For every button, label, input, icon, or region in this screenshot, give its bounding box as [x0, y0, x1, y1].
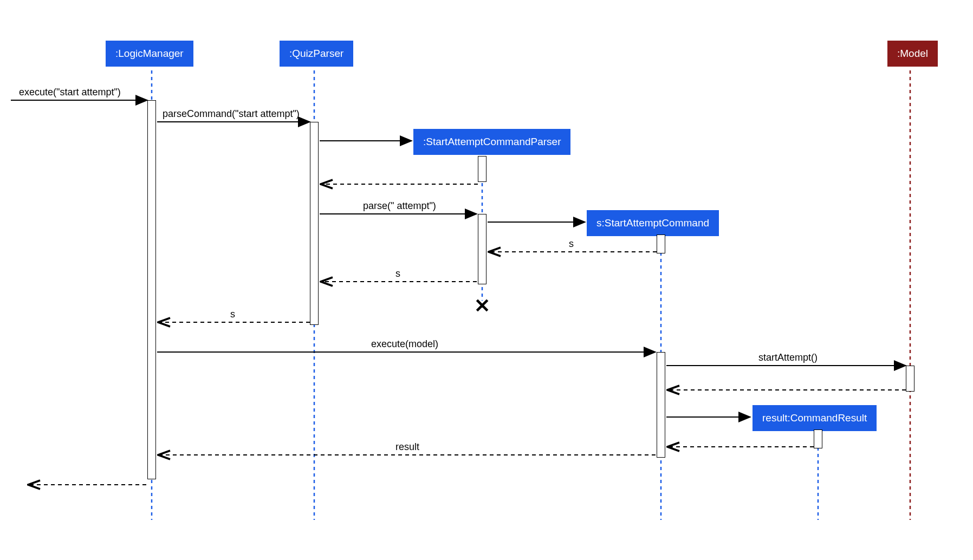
activation-quiz-parser	[310, 122, 319, 325]
participant-label: :StartAttemptCommandParser	[423, 136, 561, 147]
activation-logic-manager	[147, 100, 156, 479]
participant-label: :LogicManager	[115, 48, 184, 59]
activation-command-result	[814, 429, 822, 448]
msg-execute-model: execute(model)	[371, 338, 438, 350]
participant-start-attempt-command: s:StartAttemptCommand	[587, 210, 719, 236]
participant-label: s:StartAttemptCommand	[596, 217, 709, 229]
participant-start-attempt-parser: :StartAttemptCommandParser	[413, 129, 570, 155]
msg-start-attempt: startAttempt()	[758, 352, 818, 363]
msg-s-return-1: s	[569, 238, 574, 250]
msg-s-return-3: s	[230, 309, 235, 320]
activation-model	[906, 366, 914, 392]
destroy-x-icon: ✕	[474, 295, 490, 317]
msg-parse-attempt: parse(" attempt")	[363, 200, 436, 212]
msg-s-return-2: s	[395, 268, 400, 279]
msg-parse-command: parseCommand("start attempt")	[163, 108, 300, 120]
activation-start-attempt-command-2	[657, 352, 665, 458]
sequence-diagram: :LogicManager :QuizParser :StartAttemptC…	[0, 0, 973, 560]
participant-label: :Model	[897, 48, 928, 59]
participant-model: :Model	[887, 41, 938, 67]
msg-execute-start: execute("start attempt")	[19, 87, 121, 98]
diagram-svg	[0, 0, 973, 560]
msg-result: result	[395, 441, 419, 453]
activation-start-attempt-parser-1	[478, 156, 487, 182]
participant-label: :QuizParser	[289, 48, 343, 59]
participant-command-result: result:CommandResult	[753, 405, 877, 431]
activation-start-attempt-parser-2	[478, 214, 487, 284]
participant-label: result:CommandResult	[762, 412, 867, 424]
participant-quiz-parser: :QuizParser	[280, 41, 353, 67]
activation-start-attempt-command-1	[657, 235, 665, 253]
participant-logic-manager: :LogicManager	[106, 41, 193, 67]
